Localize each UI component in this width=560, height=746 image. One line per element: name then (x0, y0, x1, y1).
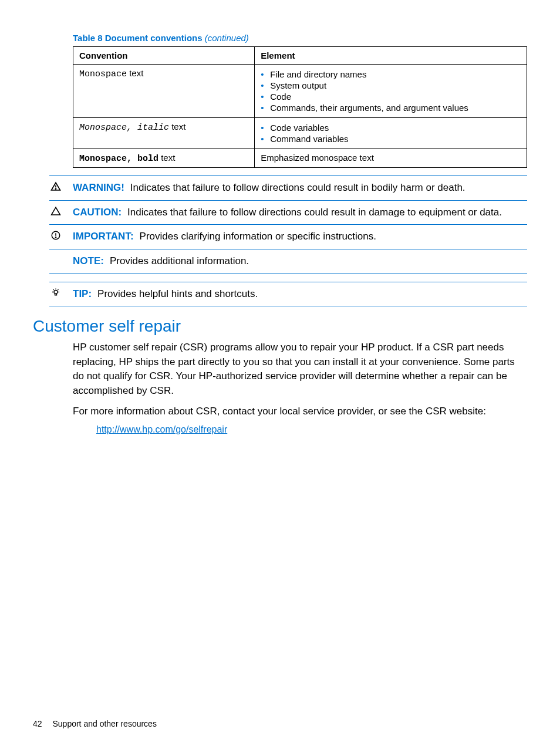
list-item: Code (261, 92, 521, 102)
list-item: File and directory names (261, 69, 521, 79)
list-item: Command variables (261, 134, 521, 144)
list-item: Commands, their arguments, and argument … (261, 103, 521, 113)
caution-label: CAUTION: (73, 207, 122, 218)
svg-point-4 (55, 237, 56, 238)
admonition-tip: TIP:Provides helpful hints and shortcuts… (49, 282, 527, 307)
cell-element: Emphasized monospace text (255, 149, 527, 168)
body-paragraph: For more information about CSR, contact … (73, 404, 527, 419)
important-icon (49, 229, 73, 243)
admonition-important: IMPORTANT:Provides clarifying informatio… (49, 224, 527, 249)
table-caption: Table 8 Document conventions (continued) (73, 33, 527, 43)
cell-element: Code variables Command variables (255, 118, 527, 149)
svg-point-1 (55, 188, 56, 189)
svg-line-10 (58, 289, 58, 290)
svg-point-5 (54, 290, 58, 293)
conventions-table: Convention Element Monospace text File a… (73, 46, 527, 168)
cell-element: File and directory names System output C… (255, 65, 527, 118)
table-row: Monospace text File and directory names … (73, 65, 527, 118)
section-heading: Customer self repair (33, 317, 527, 336)
tip-label: TIP: (73, 288, 92, 299)
page-footer: 42 Support and other resources (33, 719, 157, 728)
csr-link[interactable]: http://www.hp.com/go/selfrepair (96, 424, 227, 435)
tip-icon (49, 287, 73, 301)
table-caption-label: Table 8 Document conventions (73, 33, 203, 43)
warning-icon (49, 181, 73, 194)
cell-convention: Monospace text (73, 65, 255, 118)
th-convention: Convention (73, 47, 255, 65)
note-text: Provides additional information. (110, 255, 249, 266)
caution-text: Indicates that failure to follow directi… (127, 207, 502, 218)
admonition-caution: CAUTION:Indicates that failure to follow… (49, 200, 527, 225)
table-row: Monospace, bold text Emphasized monospac… (73, 149, 527, 168)
warning-text: Indicates that failure to follow directi… (130, 182, 465, 193)
cell-convention: Monospace, italic text (73, 118, 255, 149)
admonition-warning: WARNING!Indicates that failure to follow… (49, 175, 527, 201)
table-row: Monospace, italic text Code variables Co… (73, 118, 527, 149)
note-label: NOTE: (73, 255, 104, 266)
svg-line-9 (53, 289, 54, 290)
cell-convention: Monospace, bold text (73, 149, 255, 168)
tip-text: Provides helpful hints and shortcuts. (97, 288, 258, 299)
body-paragraph: HP customer self repair (CSR) programs a… (73, 340, 527, 399)
important-text: Provides clarifying information or speci… (140, 231, 376, 242)
table-caption-continued: (continued) (205, 33, 249, 43)
list-item: System output (261, 80, 521, 90)
note-icon (49, 254, 73, 255)
page-number: 42 (33, 719, 42, 728)
warning-label: WARNING! (73, 182, 124, 193)
th-element: Element (255, 47, 527, 65)
list-item: Code variables (261, 123, 521, 133)
important-label: IMPORTANT: (73, 231, 134, 242)
caution-icon (49, 205, 73, 219)
chapter-title: Support and other resources (52, 719, 156, 728)
admonition-note: NOTE:Provides additional information. (49, 249, 527, 274)
